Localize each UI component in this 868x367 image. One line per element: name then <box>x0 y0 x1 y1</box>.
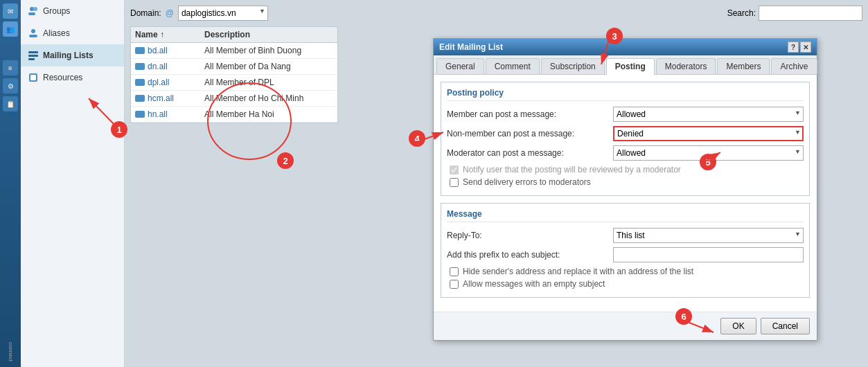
svg-rect-5 <box>28 51 38 53</box>
modal-title: Edit Mailing List <box>439 42 503 52</box>
groups-label: Groups <box>43 6 70 16</box>
moderator-post-label: Moderator can post a message: <box>447 148 613 158</box>
annotation-4: 4 <box>409 130 425 147</box>
at-icon: @ <box>166 8 174 18</box>
modal-tabs: General Comment Subscription Posting Mod… <box>434 55 817 75</box>
list-icon-2 <box>135 63 145 70</box>
reply-to-row: Reply-To: This list Poster Explicit addr… <box>447 228 804 243</box>
nonmember-post-row: Non-member can post a message: Allowed D… <box>447 126 804 141</box>
subject-prefix-input[interactable] <box>613 247 804 262</box>
row-desc-2: All Member of Da Nang <box>204 62 333 71</box>
nav-resources[interactable]: Resources <box>21 66 124 89</box>
list-table: Name ↑ Description bd.all All Member of … <box>130 26 338 123</box>
help-button[interactable]: ? <box>788 42 799 53</box>
nonmember-post-select[interactable]: Allowed Denied Moderated <box>613 126 804 141</box>
tab-subscription[interactable]: Subscription <box>541 58 605 74</box>
sidebar-icon-3[interactable]: ≡ <box>3 60 18 75</box>
annotation-3: 3 <box>606 28 623 44</box>
list-icon-5 <box>135 111 145 118</box>
modal-title-buttons: ? ✕ <box>788 42 811 53</box>
row-desc-1: All Member of Binh Duong <box>204 46 333 55</box>
resources-icon <box>28 72 39 83</box>
hide-sender-checkbox[interactable] <box>450 267 459 276</box>
delivery-errors-checkbox[interactable] <box>450 178 459 187</box>
list-row[interactable]: dpl.all All Member of DPL <box>131 75 337 91</box>
modal-body: Posting policy Member can post a message… <box>434 75 817 312</box>
row-desc-3: All Member of DPL <box>204 78 333 87</box>
tab-general[interactable]: General <box>436 58 484 74</box>
search-label: Search: <box>727 8 756 18</box>
sidebar-users-icon[interactable]: 👥 <box>3 21 18 37</box>
svg-rect-6 <box>28 55 38 57</box>
sidebar-icon-5[interactable]: 📋 <box>3 96 18 111</box>
domain-select-wrapper: daplogistics.vn <box>178 6 268 21</box>
cancel-button[interactable]: Cancel <box>761 318 810 334</box>
message-title: Message <box>447 209 804 222</box>
nav-panel: Groups Aliases Mailing Lists Resources <box>21 0 125 367</box>
domain-bar: Domain: @ daplogistics.vn Search: <box>130 6 862 21</box>
member-post-label: Member can post a message: <box>447 109 613 119</box>
row-name-2: dn.all <box>135 62 204 71</box>
hide-sender-label: Hide sender's address and replace it wit… <box>463 267 693 276</box>
reply-to-label: Reply-To: <box>447 231 613 240</box>
svg-rect-2 <box>28 12 35 15</box>
domain-select[interactable]: daplogistics.vn <box>178 6 268 21</box>
member-post-select-wrapper: Allowed Denied Moderated <box>613 107 804 122</box>
sidebar: ✉ 👥 ≡ ⚙ 📋 connect <box>0 0 21 367</box>
list-row[interactable]: bd.all All Member of Binh Duong <box>131 43 337 59</box>
sidebar-icon-4[interactable]: ⚙ <box>3 78 18 93</box>
nav-groups[interactable]: Groups <box>21 0 124 22</box>
groups-icon <box>28 6 39 17</box>
sidebar-email-icon[interactable]: ✉ <box>3 3 18 19</box>
row-name-1: bd.all <box>135 46 204 55</box>
search-bar: Search: <box>727 6 862 21</box>
tab-posting[interactable]: Posting <box>606 58 655 75</box>
tab-moderators[interactable]: Moderators <box>656 58 716 74</box>
nonmember-post-select-wrapper: Allowed Denied Moderated <box>613 126 804 141</box>
subject-prefix-label: Add this prefix to each subject: <box>447 250 613 260</box>
list-row[interactable]: dn.all All Member of Da Nang <box>131 59 337 75</box>
allow-empty-subject-label: Allow messages with an empty subject <box>463 279 605 289</box>
annotation-1: 1 <box>111 121 127 138</box>
moderator-post-row: Moderator can post a message: Allowed De… <box>447 145 804 161</box>
list-icon-4 <box>135 95 145 102</box>
aliases-label: Aliases <box>43 28 70 38</box>
tab-archive[interactable]: Archive <box>771 58 817 74</box>
svg-point-1 <box>33 7 37 11</box>
posting-policy-section: Posting policy Member can post a message… <box>441 82 810 196</box>
modal-footer: OK Cancel <box>434 312 817 340</box>
tab-comment[interactable]: Comment <box>486 58 540 74</box>
list-table-header: Name ↑ Description <box>131 27 337 43</box>
member-post-row: Member can post a message: Allowed Denie… <box>447 107 804 122</box>
list-row[interactable]: hcm.all All Member of Ho Chi Minh <box>131 91 337 107</box>
reply-to-select[interactable]: This list Poster Explicit address <box>613 228 804 243</box>
row-name-3: dpl.all <box>135 78 204 87</box>
list-row[interactable]: hn.all All Member Ha Noi <box>131 107 337 123</box>
tab-members[interactable]: Members <box>717 58 770 74</box>
mailing-lists-label: Mailing Lists <box>43 51 94 60</box>
col-name-header: Name ↑ <box>135 30 204 39</box>
notify-checkbox-row: Notify user that the posting will be rev… <box>447 165 804 174</box>
search-input[interactable] <box>759 6 862 21</box>
list-icon-3 <box>135 79 145 86</box>
nonmember-post-label: Non-member can post a message: <box>447 129 613 138</box>
member-post-select[interactable]: Allowed Denied Moderated <box>613 107 804 122</box>
resources-label: Resources <box>43 73 82 82</box>
allow-empty-subject-row: Allow messages with an empty subject <box>447 279 804 289</box>
notify-checkbox[interactable] <box>450 165 459 174</box>
message-section: Message Reply-To: This list Poster Expli… <box>441 203 810 298</box>
row-name-5: hn.all <box>135 109 204 119</box>
annotation-5: 5 <box>700 154 716 170</box>
allow-empty-subject-checkbox[interactable] <box>450 280 459 289</box>
reply-to-select-wrapper: This list Poster Explicit address <box>613 228 804 243</box>
ok-button[interactable]: OK <box>720 318 756 334</box>
connect-label: connect <box>8 342 14 361</box>
nav-mailing-lists[interactable]: Mailing Lists <box>21 44 124 66</box>
annotation-6: 6 <box>675 308 692 325</box>
nav-aliases[interactable]: Aliases <box>21 22 124 44</box>
delivery-errors-checkbox-row: Send delivery errors to moderators <box>447 177 804 187</box>
mailing-lists-icon <box>28 50 39 61</box>
svg-rect-7 <box>28 58 35 60</box>
close-button[interactable]: ✕ <box>800 42 811 53</box>
svg-rect-9 <box>30 75 36 80</box>
